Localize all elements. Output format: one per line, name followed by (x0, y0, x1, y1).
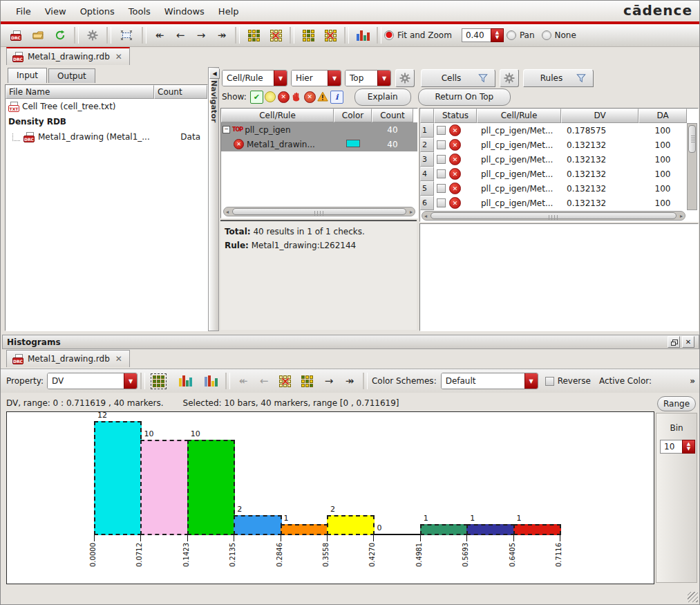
menu-file[interactable]: File (9, 3, 38, 19)
last-bar-button[interactable]: ↠ (339, 375, 360, 387)
select-markers-button[interactable] (243, 26, 264, 45)
visited-checkbox[interactable] (437, 155, 446, 164)
filter-funnel-icon[interactable] (478, 73, 488, 83)
scroll-right-icon[interactable]: ▸ (680, 212, 683, 220)
explain-button[interactable]: Explain (354, 89, 411, 106)
return-on-top-button[interactable]: Return On Top (418, 89, 511, 106)
bin-spinbox[interactable]: 10 ▲ ▼ (660, 440, 695, 454)
tab-output[interactable]: Output (48, 68, 95, 83)
show-unchecked-toggle[interactable] (265, 91, 276, 103)
histograms-title-bar[interactable]: Histograms ✕ (2, 335, 699, 349)
zoom-spin-buttons[interactable]: ▲ ▼ (491, 28, 504, 42)
zoom-value[interactable]: 0.40 (462, 28, 491, 42)
histogram-bar[interactable] (327, 515, 375, 535)
menu-view[interactable]: View (38, 3, 73, 19)
tree-row-top-cell[interactable]: − TOP pll_cp_igen 40 (221, 122, 417, 137)
show-stopped-toggle[interactable] (291, 91, 303, 103)
column-header-file-name[interactable]: File Name (6, 85, 154, 99)
tree-row-rule[interactable]: ✕ Metal1_drawin... 40 (221, 137, 417, 151)
histogram-bar[interactable] (513, 524, 561, 535)
result-row[interactable]: 5✕pll_cp_igen/Met...0.132132100 (420, 181, 698, 196)
cell-rule-dropdown[interactable]: Cell/Rule ▼ (222, 70, 287, 86)
show-histograms-button[interactable] (352, 26, 373, 45)
zoom-spinbox[interactable]: 0.40 ▲ ▼ (462, 28, 504, 42)
histogram-select-markers-button[interactable] (176, 371, 196, 391)
float-panel-button[interactable] (668, 336, 680, 348)
file-row-cell-tree[interactable]: TXT Cell Tree (cell_tree.txt) (6, 99, 207, 114)
visited-checkbox[interactable] (437, 169, 446, 178)
tab-metal1-drawing-rdb[interactable]: DRC Metal1_drawing.rdb ✕ (6, 47, 130, 65)
tab-close-icon[interactable]: ✕ (114, 52, 124, 62)
visited-checkbox[interactable] (437, 184, 446, 193)
histogram-bar[interactable] (466, 524, 514, 535)
dropdown-arrow-icon[interactable]: ▼ (124, 373, 137, 389)
fit-and-zoom-radio[interactable] (384, 30, 394, 40)
dropdown-arrow-icon[interactable]: ▼ (274, 71, 287, 86)
visited-checkbox[interactable] (437, 140, 446, 149)
first-result-button[interactable]: ↞ (149, 29, 170, 41)
histogram-bar[interactable] (94, 421, 142, 535)
cells-settings-button[interactable] (395, 69, 415, 87)
result-row[interactable]: 2✕pll_cp_igen/Met...0.132132100 (420, 138, 698, 152)
histogram-bar[interactable] (140, 440, 188, 535)
menu-options[interactable]: Options (73, 3, 122, 19)
show-pass-toggle[interactable]: ✔ (250, 91, 263, 104)
scroll-right-icon[interactable]: ▸ (410, 207, 413, 216)
file-row-metal1-drawing[interactable]: DRC Metal1_drawing (Metal1_... Data (6, 129, 207, 145)
close-panel-button[interactable]: ✕ (682, 336, 694, 348)
highlight-markers-button[interactable] (298, 26, 319, 45)
column-header-dv[interactable]: DV (561, 109, 638, 123)
histogram-plot[interactable]: 12101021201110.00000.07120.14230.21350.2… (6, 411, 654, 584)
fit-view-button[interactable] (115, 26, 138, 45)
dropdown-arrow-icon[interactable]: ▼ (377, 71, 390, 86)
window-resize-grip[interactable] (688, 592, 698, 602)
menu-windows[interactable]: Windows (158, 3, 211, 19)
last-result-button[interactable]: ↠ (211, 29, 232, 41)
scroll-left-icon[interactable]: ◂ (226, 207, 229, 216)
show-warnings-toggle[interactable] (317, 91, 329, 103)
tab-close-icon[interactable]: ✕ (114, 354, 124, 364)
column-header-da[interactable]: DA (638, 109, 687, 123)
bin-spin-buttons[interactable]: ▲ ▼ (682, 440, 695, 454)
file-group-density-rdb[interactable]: Density RDB (6, 114, 207, 129)
none-radio[interactable] (542, 30, 551, 40)
deselect-markers-button[interactable]: ✕ (265, 26, 286, 45)
range-button[interactable]: Range (657, 396, 696, 411)
tab-cells[interactable]: Cells (421, 69, 495, 87)
apply-bar-selection-button[interactable] (297, 371, 318, 391)
tab-rules[interactable]: Rules (523, 69, 594, 87)
visited-checkbox[interactable] (437, 126, 446, 135)
histogram-highlight-button[interactable] (201, 371, 222, 391)
next-bar-button[interactable]: → (319, 375, 339, 387)
unhighlight-markers-button[interactable]: ✕ (320, 26, 341, 45)
hier-dropdown[interactable]: Hier ▼ (291, 70, 341, 86)
previous-bar-button[interactable]: ← (254, 375, 274, 387)
clear-bar-selection-button[interactable]: ✕ (275, 371, 296, 391)
scroll-left-icon[interactable]: ◂ (424, 212, 427, 220)
column-header-cell-rule[interactable]: Cell/Rule (477, 109, 561, 123)
pan-radio[interactable] (507, 30, 516, 40)
tree-horizontal-scrollbar[interactable]: ◂ ▸ (223, 207, 415, 216)
result-row[interactable]: 4✕pll_cp_igen/Met...0.132132100 (420, 167, 698, 181)
column-header-count[interactable]: Count (372, 109, 413, 122)
bin-value[interactable]: 10 (660, 440, 682, 454)
show-errors-toggle[interactable]: ✕ (278, 91, 290, 103)
next-result-button[interactable]: → (191, 29, 211, 41)
histogram-bar[interactable] (420, 524, 468, 535)
column-header-status[interactable]: Status (434, 109, 477, 123)
menu-help[interactable]: Help (211, 3, 246, 19)
reload-button[interactable] (50, 26, 70, 45)
tab-input[interactable]: Input (8, 68, 47, 83)
rule-color-swatch[interactable] (346, 140, 360, 147)
results-horizontal-scrollbar[interactable]: ◂ ▸ (422, 211, 685, 221)
first-bar-button[interactable]: ↞ (233, 375, 254, 387)
histogram-tab-metal1-drawing-rdb[interactable]: DRC Metal1_drawing.rdb ✕ (6, 350, 130, 367)
result-row[interactable]: 3✕pll_cp_igen/Met...0.132132100 (420, 152, 698, 167)
previous-result-button[interactable]: ← (170, 29, 191, 41)
histogram-bar[interactable] (234, 515, 281, 535)
dropdown-arrow-icon[interactable]: ▼ (328, 71, 341, 86)
rules-settings-button[interactable] (500, 69, 519, 87)
result-row[interactable]: 1✕pll_cp_igen/Met...0.178575100 (420, 123, 698, 138)
open-folder-button[interactable] (28, 26, 48, 45)
color-scheme-dropdown[interactable]: Default ▼ (441, 373, 538, 389)
